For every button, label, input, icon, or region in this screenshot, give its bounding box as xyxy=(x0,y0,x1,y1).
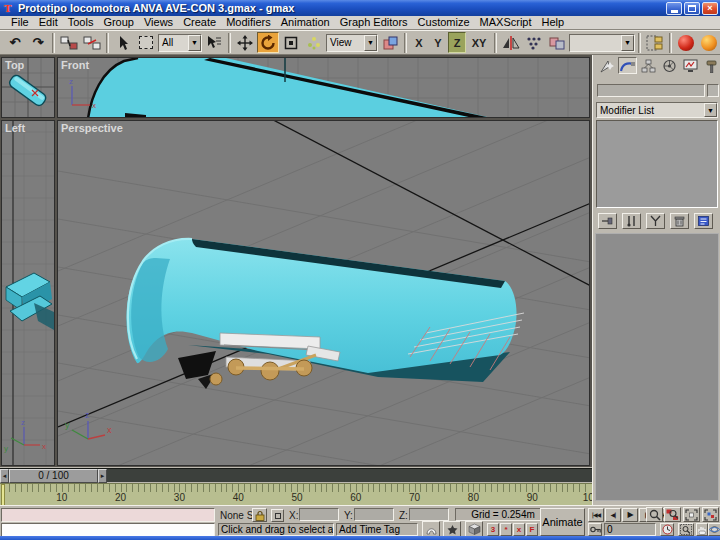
align-button[interactable] xyxy=(546,32,568,53)
restrict-to-xy-plane-button[interactable]: XY xyxy=(467,32,491,53)
zoom-extents-button[interactable] xyxy=(683,507,700,522)
angle-snap-toggle-button[interactable] xyxy=(443,521,461,537)
viewport-front[interactable]: Front z x xyxy=(57,57,590,118)
select-and-move-button[interactable] xyxy=(234,32,256,53)
tab-utilities[interactable] xyxy=(702,57,720,74)
menu-maxscript[interactable]: MAXScript xyxy=(475,16,537,29)
animate-button[interactable]: Animate xyxy=(540,508,585,536)
snap-option-2-button[interactable]: * xyxy=(500,523,512,536)
viewport-front-label[interactable]: Front xyxy=(61,59,89,71)
selection-filter-dropdown[interactable]: All ▼ xyxy=(158,34,202,52)
rectangular-selection-region-button[interactable] xyxy=(135,32,157,53)
menu-create[interactable]: Create xyxy=(178,16,221,29)
snap-option-3-button[interactable]: x xyxy=(513,523,525,536)
menu-tools[interactable]: Tools xyxy=(63,16,99,29)
zoom-extents-all-button[interactable] xyxy=(702,507,719,522)
viewport-left[interactable]: Left z y xyxy=(1,120,55,466)
tab-display[interactable] xyxy=(681,57,700,74)
track-bar[interactable]: 10 20 30 40 50 60 70 80 90 100 xyxy=(0,483,592,505)
current-frame-field[interactable]: 0 xyxy=(604,523,656,536)
tab-create[interactable] xyxy=(597,57,616,74)
locomotive-front-view[interactable] xyxy=(88,58,496,118)
zoom-all-button[interactable] xyxy=(664,507,681,522)
configure-modifier-sets-button[interactable] xyxy=(694,213,713,229)
render-button[interactable] xyxy=(698,32,720,53)
chevron-down-icon[interactable]: ▼ xyxy=(704,103,717,117)
z-coordinate-field[interactable] xyxy=(409,508,449,521)
menu-graph-editors[interactable]: Graph Editors xyxy=(335,16,413,29)
tab-hierarchy[interactable] xyxy=(639,57,658,74)
maxscript-mini-listener-pink[interactable] xyxy=(1,508,215,522)
chevron-down-icon[interactable]: ▼ xyxy=(364,35,377,51)
redo-button[interactable]: ↷ xyxy=(27,32,49,53)
menu-edit[interactable]: Edit xyxy=(34,16,63,29)
named-selection-sets-dropdown[interactable]: ▼ xyxy=(569,34,635,52)
region-zoom-button[interactable] xyxy=(678,523,694,536)
viewport-perspective-label[interactable]: Perspective xyxy=(61,122,123,134)
restrict-to-y-button[interactable]: Y xyxy=(429,32,447,53)
previous-key-button[interactable]: ◂ xyxy=(0,469,9,483)
zoom-button[interactable] xyxy=(646,507,663,522)
add-time-tag-button[interactable]: Add Time Tag xyxy=(336,523,418,536)
reference-coordinate-dropdown[interactable]: View ▼ xyxy=(326,34,378,52)
y-coordinate-field[interactable] xyxy=(354,508,394,521)
previous-frame-button[interactable]: ◀| xyxy=(605,508,621,522)
tab-modify[interactable] xyxy=(618,57,637,74)
viewport-perspective[interactable]: Perspective xyxy=(57,120,590,466)
time-slider-track[interactable]: ◂ 0 / 100 ▸ xyxy=(0,468,592,482)
selection-lock-button[interactable] xyxy=(252,508,267,522)
snaps-toggle-button[interactable] xyxy=(422,521,440,537)
select-object-button[interactable] xyxy=(112,32,134,53)
next-key-button[interactable]: ▸ xyxy=(98,469,107,483)
set-key-button[interactable] xyxy=(588,523,602,536)
object-color-swatch[interactable] xyxy=(707,84,719,97)
modifier-stack[interactable] xyxy=(596,120,718,208)
select-and-scale-button[interactable] xyxy=(280,32,302,53)
select-and-manipulate-button[interactable] xyxy=(303,32,325,53)
snap-option-1-button[interactable]: 3 xyxy=(487,523,499,536)
time-configuration-button[interactable] xyxy=(660,523,674,536)
time-position-marker[interactable] xyxy=(1,484,5,505)
select-and-link-button[interactable] xyxy=(58,32,80,53)
restrict-to-x-button[interactable]: X xyxy=(410,32,428,53)
menu-views[interactable]: Views xyxy=(139,16,178,29)
remove-modifier-button[interactable] xyxy=(670,213,689,229)
make-unique-button[interactable] xyxy=(646,213,665,229)
arc-rotate-button[interactable] xyxy=(708,523,720,536)
menu-animation[interactable]: Animation xyxy=(276,16,335,29)
use-pivot-point-center-button[interactable] xyxy=(379,32,401,53)
close-button[interactable]: × xyxy=(702,2,718,15)
array-button[interactable] xyxy=(523,32,545,53)
restore-button[interactable] xyxy=(684,2,700,15)
menu-group[interactable]: Group xyxy=(98,16,139,29)
viewport-left-label[interactable]: Left xyxy=(5,122,25,134)
go-to-start-button[interactable]: |◀◀ xyxy=(588,508,604,522)
unlink-selection-button[interactable] xyxy=(81,32,103,53)
x-coordinate-field[interactable] xyxy=(299,508,339,521)
show-end-result-button[interactable] xyxy=(622,213,641,229)
mirror-button[interactable] xyxy=(500,32,522,53)
menu-modifiers[interactable]: Modifiers xyxy=(221,16,276,29)
menu-file[interactable]: File xyxy=(6,16,34,29)
pin-stack-button[interactable] xyxy=(598,213,617,229)
absolute-mode-toggle-button[interactable] xyxy=(271,509,284,522)
pan-button[interactable] xyxy=(696,523,708,536)
minimize-button[interactable] xyxy=(666,2,682,15)
chevron-down-icon[interactable]: ▼ xyxy=(188,35,201,51)
maxscript-mini-listener-white[interactable] xyxy=(1,523,215,537)
select-and-rotate-button[interactable] xyxy=(257,32,279,53)
modifier-list-dropdown[interactable]: Modifier List ▼ xyxy=(596,102,718,118)
percent-snap-toggle-button[interactable] xyxy=(465,521,483,537)
undo-button[interactable]: ↶ xyxy=(4,32,26,53)
restrict-to-z-button[interactable]: Z xyxy=(448,32,466,53)
title-bar[interactable]: T Prototipo locomotora ANVA AVE-CON 3.gm… xyxy=(0,0,720,16)
snap-option-4-button[interactable]: F xyxy=(526,523,538,536)
viewport-top[interactable]: Top xyxy=(1,57,55,118)
time-slider-handle[interactable]: 0 / 100 xyxy=(9,469,98,483)
viewport-top-label[interactable]: Top xyxy=(5,59,24,71)
tab-motion[interactable] xyxy=(660,57,679,74)
track-view-button[interactable] xyxy=(644,32,666,53)
menu-help[interactable]: Help xyxy=(537,16,570,29)
menu-customize[interactable]: Customize xyxy=(413,16,475,29)
chevron-down-icon[interactable]: ▼ xyxy=(621,35,634,51)
